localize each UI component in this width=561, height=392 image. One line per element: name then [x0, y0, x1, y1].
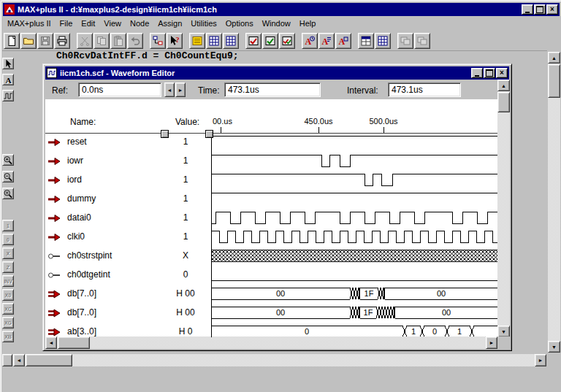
- signal-row[interactable]: ch0dtgetint0: [45, 265, 497, 284]
- project-save-check-button[interactable]: [245, 33, 262, 49]
- editor-horizontal-scrollbar[interactable]: ◄ ►: [45, 337, 497, 349]
- set-value-1-button[interactable]: 1: [2, 220, 14, 231]
- signal-row[interactable]: iord1: [45, 170, 497, 189]
- ref-input[interactable]: [78, 82, 161, 97]
- menu-window[interactable]: Window: [258, 18, 295, 29]
- zoom-fit-button[interactable]: [2, 188, 14, 199]
- editor-horizontal-scroll-thumb[interactable]: [58, 337, 90, 349]
- ref-spin-left-button[interactable]: ◄: [164, 82, 175, 97]
- zoom-out-button[interactable]: [2, 171, 14, 182]
- undo-button[interactable]: [127, 33, 143, 49]
- menu-options[interactable]: Options: [221, 18, 258, 29]
- main-scroll-right-button[interactable]: ►: [535, 354, 546, 366]
- selection-tool-button[interactable]: [2, 58, 14, 69]
- new-file-button[interactable]: [4, 33, 20, 49]
- column-divider-handle-2[interactable]: [205, 130, 213, 138]
- main-scroll-up-button[interactable]: ▲: [548, 52, 560, 64]
- set-value-0-button[interactable]: 0: [2, 234, 14, 245]
- floorplan-editor-button[interactable]: [358, 33, 374, 49]
- device-assignment-button[interactable]: [375, 33, 391, 49]
- hierarchy-display-button[interactable]: [150, 33, 166, 49]
- paste-button[interactable]: [110, 33, 126, 49]
- main-scroll-left-button[interactable]: ◄: [13, 354, 25, 366]
- minimize-icon: [525, 12, 530, 13]
- editor-maximize-button[interactable]: [484, 68, 495, 78]
- menu-node[interactable]: Node: [126, 18, 153, 29]
- print-button[interactable]: [54, 33, 70, 49]
- set-bus-value-button[interactable]: XB: [2, 331, 14, 342]
- project-save-compile-button[interactable]: [262, 33, 278, 49]
- main-horizontal-scrollbar[interactable]: ◄ ►: [13, 354, 546, 366]
- editor-vertical-scrollbar[interactable]: ▲ ▼: [497, 80, 510, 337]
- signal-row[interactable]: ab[3..0]H 00101: [45, 322, 497, 337]
- main-scroll-down-button[interactable]: ▼: [548, 341, 560, 353]
- column-divider-handle-1[interactable]: [161, 130, 169, 138]
- editor-close-button[interactable]: ×: [496, 68, 508, 78]
- editor-scroll-up-button[interactable]: ▲: [497, 80, 510, 91]
- signal-row[interactable]: dummy1: [45, 189, 497, 208]
- time-label: Time:: [198, 85, 220, 96]
- main-horizontal-scroll-thumb[interactable]: [26, 354, 72, 366]
- main-window-title: MAX+plus II - d:¥maxplus2-design¥iicm1ch…: [15, 5, 521, 14]
- signal-row[interactable]: reset1: [45, 132, 497, 151]
- editor-vertical-scroll-thumb[interactable]: [497, 92, 510, 112]
- ref-spin-right-button[interactable]: ►: [175, 82, 186, 97]
- invert-button[interactable]: INV: [2, 275, 14, 287]
- main-vertical-scrollbar[interactable]: ▲ ▼: [548, 52, 560, 353]
- menu-assign[interactable]: Assign: [153, 18, 186, 29]
- editor-scroll-down-button[interactable]: ▼: [497, 326, 510, 337]
- signal-row[interactable]: datai01: [45, 208, 497, 227]
- menu-file[interactable]: File: [56, 18, 77, 29]
- text-tool-button[interactable]: A: [2, 74, 14, 85]
- set-value-z-button[interactable]: Z: [2, 261, 14, 273]
- menu-view[interactable]: View: [99, 18, 126, 29]
- window-tile-button[interactable]: [414, 33, 430, 49]
- simulator-button[interactable]: [223, 33, 239, 49]
- output-pin-icon: [47, 251, 61, 264]
- window-cascade-button[interactable]: [397, 33, 413, 49]
- set-value-x-button[interactable]: X: [2, 247, 14, 259]
- timing-analyzer-registered-button[interactable]: A: [335, 33, 351, 49]
- editor-titlebar[interactable]: iicm1ch.scf - Waveform Editor ×: [45, 66, 509, 80]
- cut-button[interactable]: [77, 33, 93, 49]
- project-save-simulate-button[interactable]: [279, 33, 295, 49]
- signal-row[interactable]: iowr1: [45, 151, 497, 170]
- editor-minimize-button[interactable]: [471, 68, 483, 78]
- compiler-button[interactable]: [206, 33, 222, 49]
- signal-row[interactable]: db[7..0]H 00001F00: [45, 303, 497, 322]
- waveform-edit-tool-button[interactable]: [2, 90, 14, 101]
- signal-row[interactable]: clki01: [45, 227, 497, 246]
- menu-utilities[interactable]: Utilities: [186, 18, 221, 29]
- input-pin-icon: [47, 137, 61, 150]
- time-cursor[interactable]: [211, 133, 212, 337]
- svg-text:1F: 1F: [364, 308, 373, 317]
- toolbar-separator: [144, 31, 149, 50]
- main-titlebar[interactable]: MAX+plus II - d:¥maxplus2-design¥iicm1ch…: [3, 3, 560, 16]
- editor-scroll-left-button[interactable]: ◄: [45, 337, 57, 349]
- set-count-button[interactable]: XC: [2, 303, 14, 315]
- signal-row[interactable]: ch0strstpintX: [45, 246, 497, 265]
- main-scroll-corner: [548, 354, 560, 366]
- editor-scroll-right-button[interactable]: ►: [486, 337, 497, 349]
- copy-button[interactable]: [94, 33, 110, 49]
- time-input[interactable]: [224, 82, 321, 97]
- open-file-button[interactable]: [20, 33, 37, 49]
- main-close-button[interactable]: ×: [546, 4, 558, 15]
- main-vertical-scroll-thumb[interactable]: [548, 64, 560, 98]
- main-maximize-button[interactable]: [534, 4, 546, 15]
- timing-analyzer-setup-button[interactable]: A: [318, 33, 335, 49]
- signal-row[interactable]: db[7..0]H 00001F00: [45, 284, 497, 303]
- timing-analyzer-delay-button[interactable]: A: [302, 33, 318, 49]
- menu-maxplus[interactable]: MAX+plus II: [3, 18, 56, 29]
- zoom-in-button[interactable]: [2, 154, 14, 166]
- interval-input[interactable]: [388, 82, 461, 97]
- menu-edit[interactable]: Edit: [77, 18, 99, 29]
- menu-help[interactable]: Help: [295, 18, 321, 29]
- context-help-button[interactable]: ?: [167, 33, 183, 49]
- signal-value: X: [162, 250, 209, 261]
- set-group-value-button[interactable]: XG: [2, 317, 14, 328]
- timing-delay-matrix-button[interactable]: [189, 33, 205, 49]
- set-clock-button[interactable]: X0: [2, 289, 14, 301]
- main-minimize-button[interactable]: [522, 4, 533, 15]
- save-button[interactable]: [37, 33, 53, 49]
